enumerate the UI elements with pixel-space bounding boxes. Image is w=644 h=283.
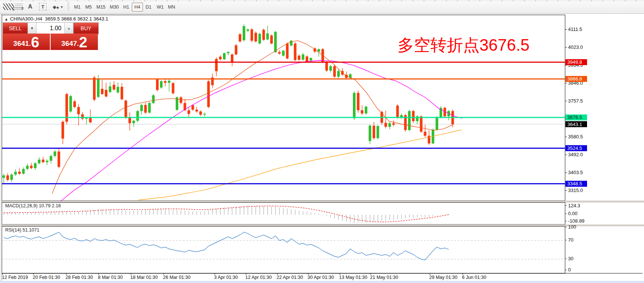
candle-body bbox=[14, 172, 17, 175]
timeframe-button-MN[interactable]: MN bbox=[165, 3, 178, 12]
timeframe-button-M1[interactable]: M1 bbox=[71, 3, 83, 12]
svg-text:3866.8: 3866.8 bbox=[567, 76, 582, 82]
candle-body bbox=[136, 111, 139, 121]
candle-body bbox=[278, 52, 281, 53]
candle-body bbox=[30, 166, 33, 168]
candle-body bbox=[255, 33, 257, 41]
candle-body bbox=[124, 101, 127, 118]
candle-body bbox=[6, 175, 9, 180]
candle-body bbox=[22, 169, 25, 174]
timeframe-button-H4[interactable]: H4 bbox=[132, 3, 143, 12]
candle-body bbox=[270, 35, 273, 44]
candle-body bbox=[46, 161, 48, 162]
svg-text:0: 0 bbox=[568, 267, 571, 273]
current-price-label: 3643.1 bbox=[565, 121, 587, 127]
candle-body bbox=[26, 166, 29, 169]
time-axis-label: 18 Mar 01:30 bbox=[130, 275, 158, 280]
candle-body bbox=[180, 97, 182, 103]
timeframe-button-W1[interactable]: W1 bbox=[154, 3, 166, 12]
rsi-panel-frame bbox=[2, 226, 565, 273]
chart-area[interactable]: 4111.54023.03934.53846.03757.53669.03580… bbox=[0, 14, 644, 283]
panel-separator bbox=[2, 224, 644, 226]
time-axis-label: 13 May 01:30 bbox=[339, 275, 367, 280]
timeframe-button-M15[interactable]: M15 bbox=[94, 3, 108, 12]
svg-text:70: 70 bbox=[568, 237, 573, 243]
candle-body bbox=[369, 126, 371, 141]
candle-body bbox=[408, 111, 411, 130]
candle-body bbox=[424, 132, 426, 136]
candle-body bbox=[235, 45, 237, 54]
candle-body bbox=[436, 117, 438, 130]
buy-price-button[interactable]: 3647. 2 bbox=[51, 34, 98, 50]
candle-body bbox=[93, 78, 96, 100]
arrows-tool-button[interactable]: ◆◆ ▾ bbox=[51, 2, 65, 11]
fibonacci-tool-button[interactable]: F bbox=[13, 2, 25, 11]
candle-body bbox=[109, 87, 111, 92]
buy-button[interactable]: BUY bbox=[73, 23, 98, 34]
buy-price-pips: 2 bbox=[79, 35, 87, 49]
text-box-icon: T bbox=[39, 3, 47, 10]
candle-body bbox=[325, 63, 328, 71]
candle-body bbox=[337, 71, 340, 76]
time-axis-label: 12 Apr 01:30 bbox=[245, 275, 272, 280]
candle-body bbox=[152, 95, 155, 103]
timeframe-button-D1[interactable]: D1 bbox=[143, 3, 154, 12]
candle-body bbox=[58, 151, 60, 167]
bottom-window-strip bbox=[0, 281, 644, 283]
candle-body bbox=[73, 101, 76, 107]
time-axis[interactable]: 12 Feb 201920 Feb 01:3028 Feb 01:308 Mar… bbox=[2, 273, 643, 280]
candle-body bbox=[266, 34, 269, 40]
timeframe-button-M30[interactable]: M30 bbox=[107, 3, 121, 12]
svg-text:3949.8: 3949.8 bbox=[567, 59, 582, 65]
time-axis-label: 3 Apr 01:30 bbox=[214, 275, 238, 280]
svg-text:4111.5: 4111.5 bbox=[568, 26, 582, 32]
price-axis-ticks: 4111.54023.03934.53846.03757.53669.03580… bbox=[565, 26, 583, 193]
candle-body bbox=[282, 51, 285, 56]
timeframe-button-M5[interactable]: M5 bbox=[83, 3, 94, 12]
candle-body bbox=[357, 93, 360, 110]
candle-body bbox=[396, 106, 399, 117]
candle-body bbox=[18, 172, 21, 174]
candle-body bbox=[373, 126, 375, 138]
candle-body bbox=[274, 32, 277, 52]
candle-body bbox=[168, 81, 170, 82]
timeframe-button-H1[interactable]: H1 bbox=[121, 3, 132, 12]
volume-input[interactable]: 1.00 bbox=[36, 23, 64, 34]
candle-body bbox=[333, 66, 336, 76]
volume-increase-button[interactable]: ▲ bbox=[64, 23, 73, 34]
candle-body bbox=[251, 29, 253, 41]
candle-body bbox=[199, 111, 202, 115]
candle-body bbox=[388, 123, 391, 127]
sell-price-main: 3641. bbox=[13, 38, 31, 49]
time-axis-label: 22 Apr 01:30 bbox=[277, 275, 303, 280]
candle-body bbox=[144, 105, 147, 113]
chart-annotation-text: 多空转折点3676.5 bbox=[398, 34, 530, 56]
text-label-tool-button[interactable]: A bbox=[25, 2, 35, 11]
fibonacci-icon-letter: F bbox=[22, 7, 24, 11]
symbol-header[interactable]: ▲CHINA300-,H4 3659.5 3668.6 3632.1 3643.… bbox=[4, 16, 108, 22]
svg-text:3757.5: 3757.5 bbox=[568, 98, 583, 104]
candle-body bbox=[223, 53, 226, 59]
sell-button[interactable]: SELL bbox=[3, 23, 28, 34]
candle-body bbox=[318, 49, 320, 52]
candle-body bbox=[392, 123, 395, 125]
text-box-tool-button[interactable]: T bbox=[38, 2, 48, 11]
candle-body bbox=[148, 103, 151, 113]
svg-text:3315.0: 3315.0 bbox=[568, 188, 583, 193]
candle-body bbox=[188, 110, 190, 114]
candle-body bbox=[207, 81, 210, 107]
candle-body bbox=[306, 56, 308, 62]
toolbar: E F A T ◆◆ ▾ M1M5M15M30H1H4D1W1MN bbox=[0, 0, 644, 14]
channels-tool-button[interactable]: E bbox=[2, 2, 15, 11]
svg-text:3492.0: 3492.0 bbox=[568, 152, 583, 157]
collapse-icon[interactable]: ▲ bbox=[4, 17, 8, 21]
spin-down-icon: ▼ bbox=[31, 26, 34, 30]
candle-body bbox=[377, 126, 379, 138]
chart-canvas[interactable]: 4111.54023.03934.53846.03757.53669.03580… bbox=[0, 14, 644, 283]
volume-decrease-button[interactable]: ▼ bbox=[28, 23, 36, 34]
candle-body bbox=[128, 117, 131, 123]
candle-body bbox=[298, 56, 300, 60]
candle-body bbox=[353, 93, 356, 118]
candle-body bbox=[286, 44, 288, 59]
sell-price-button[interactable]: 3641. 6 bbox=[3, 34, 50, 50]
